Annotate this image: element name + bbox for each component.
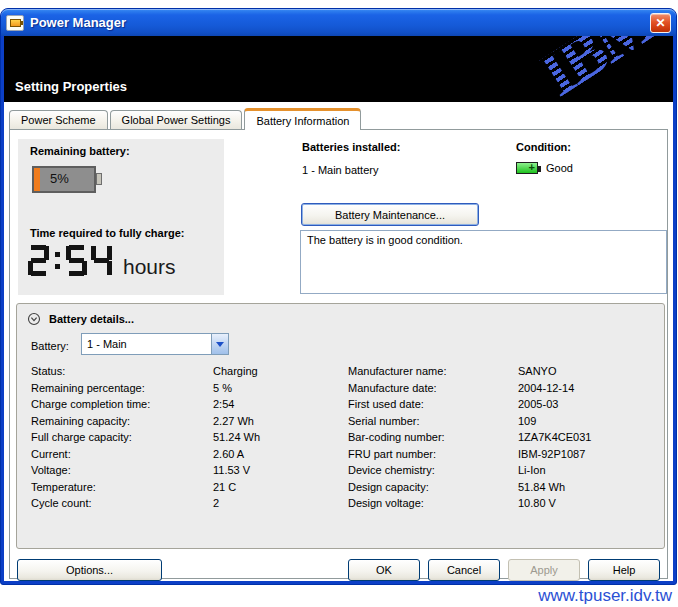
battery-select[interactable]: 1 - Main	[81, 333, 229, 355]
window-body: Setting Properties IBM Power SchemeGloba…	[4, 36, 673, 581]
detail-row: Remaining percentage:5 %	[31, 380, 341, 397]
detail-row: Cycle count:2	[31, 495, 341, 512]
battery-details-left-column: Status:ChargingRemaining percentage:5 %C…	[31, 363, 341, 512]
detail-row: Current:2.60 A	[31, 446, 341, 463]
remaining-battery-panel: Remaining battery: 5% Time required to f…	[18, 139, 224, 295]
battery-gauge-icon: 5%	[32, 166, 96, 193]
detail-row: Voltage:11.53 V	[31, 462, 341, 479]
detail-row: Bar-coding number:1ZA7K4CE031	[348, 429, 660, 446]
battery-maintenance-button[interactable]: Battery Maintenance...	[301, 203, 479, 226]
condition-message-box: The battery is in good condition.	[300, 230, 667, 294]
batteries-installed-value: 1 - Main battery	[302, 164, 378, 176]
detail-row: FRU part number:IBM-92P1087	[348, 446, 660, 463]
detail-row: Status:Charging	[31, 363, 341, 380]
banner-title: Setting Properties	[15, 79, 127, 94]
tab-power-scheme[interactable]: Power Scheme	[9, 110, 108, 129]
detail-row: Design voltage:10.80 V	[348, 495, 660, 512]
battery-select-label: Battery:	[31, 340, 69, 352]
battery-gauge-fill	[34, 168, 40, 191]
detail-row: Serial number:109	[348, 413, 660, 430]
detail-row: Full charge capacity:51.24 Wh	[31, 429, 341, 446]
battery-select-value: 1 - Main	[82, 338, 211, 350]
options-button[interactable]: Options...	[17, 559, 162, 581]
detail-row: First used date:2005-03	[348, 396, 660, 413]
app-battery-icon	[6, 15, 24, 31]
charge-time-label: Time required to fully charge:	[30, 227, 184, 239]
ibm-logo: IBM	[530, 36, 665, 102]
detail-row: Manufacturer name:SANYO	[348, 363, 660, 380]
battery-gauge-nub	[96, 173, 102, 185]
tab-battery-information[interactable]: Battery Information	[244, 108, 361, 130]
charge-time-unit: hours	[123, 256, 176, 277]
detail-row: Remaining capacity:2.27 Wh	[31, 413, 341, 430]
battery-gauge-percent: 5%	[50, 171, 69, 186]
banner: Setting Properties IBM	[4, 36, 673, 102]
condition-row: + Good	[516, 162, 573, 174]
good-battery-icon: +	[516, 162, 538, 174]
titlebar[interactable]: Power Manager ✕	[1, 9, 676, 36]
window-title: Power Manager	[30, 15, 126, 30]
detail-row: Charge completion time:2:54	[31, 396, 341, 413]
remaining-battery-label: Remaining battery:	[30, 145, 130, 157]
chevron-down-icon	[216, 342, 224, 347]
battery-details-right-column: Manufacturer name:SANYOManufacture date:…	[348, 363, 660, 512]
battery-details-box: Battery details... Battery: 1 - Main Sta…	[16, 303, 665, 549]
condition-label: Condition:	[516, 141, 571, 153]
detail-row: Temperature:21 C	[31, 479, 341, 496]
detail-row: Device chemistry:Li-Ion	[348, 462, 660, 479]
condition-value: Good	[546, 162, 573, 174]
ok-button[interactable]: OK	[348, 559, 420, 581]
combo-dropdown-button[interactable]	[211, 334, 228, 354]
lcd-digits	[28, 245, 116, 278]
power-manager-window: Power Manager ✕ Setting Properties IBM P…	[0, 8, 677, 585]
tab-global-power-settings[interactable]: Global Power Settings	[110, 110, 243, 129]
help-button[interactable]: Help	[588, 559, 660, 581]
close-icon[interactable]: ✕	[650, 13, 671, 33]
watermark: www.tpuser.idv.tw	[538, 586, 672, 606]
apply-button[interactable]: Apply	[508, 559, 580, 581]
batteries-installed-label: Batteries installed:	[302, 141, 400, 153]
collapse-circle-icon	[27, 312, 41, 326]
detail-row: Manufacture date:2004-12-14	[348, 380, 660, 397]
battery-details-title: Battery details...	[49, 313, 134, 325]
cancel-button[interactable]: Cancel	[428, 559, 500, 581]
tab-strip: Power SchemeGlobal Power SettingsBattery…	[9, 107, 363, 129]
charge-time-display: hours	[28, 245, 176, 278]
battery-details-header[interactable]: Battery details...	[27, 312, 134, 326]
screenshot-canvas: Power Manager ✕ Setting Properties IBM P…	[0, 0, 678, 607]
detail-row: Design capacity:51.84 Wh	[348, 479, 660, 496]
battery-information-tab-page: Remaining battery: 5% Time required to f…	[9, 129, 668, 579]
